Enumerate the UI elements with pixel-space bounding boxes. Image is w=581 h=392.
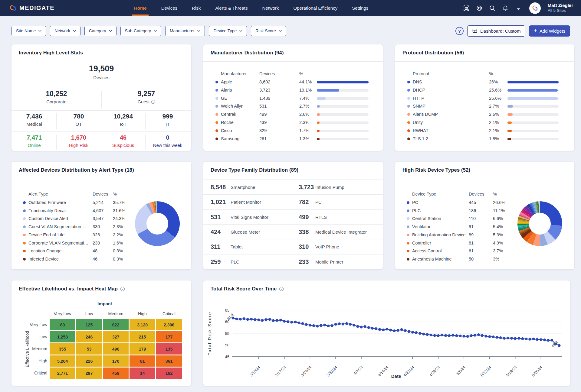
row-pct: 4.9% (493, 241, 503, 245)
svg-text:65: 65 (225, 308, 229, 313)
bar-fill (507, 138, 511, 140)
dashboard-selector-label: Dashboard: Custom (480, 28, 520, 34)
svg-text:Total Risk Score: Total Risk Score (207, 312, 212, 355)
nav-item-devices[interactable]: Devices (161, 0, 177, 16)
filter-chip-sub-category[interactable]: Sub-Category (120, 26, 161, 36)
row-pct: 2.1% (489, 120, 499, 125)
filter-chip-category[interactable]: Category (84, 26, 117, 36)
row-name: Roche (221, 120, 234, 125)
row-devices: 186 (469, 208, 476, 213)
search-icon[interactable] (489, 5, 496, 11)
row-name: PC (412, 200, 418, 205)
heatmap-cell: 53 (76, 343, 102, 355)
heatmap-cell: 226 (76, 355, 102, 367)
legend-dot (215, 89, 218, 92)
alert-type-donut-chart (133, 199, 182, 248)
heatmap-cell: 1,258 (50, 331, 75, 342)
top-nav: MEDIGATE HomeDevicesRiskAlerts & Threats… (0, 0, 581, 16)
avatar[interactable] (529, 2, 541, 14)
heatmap-col-high: High (138, 311, 147, 316)
user-block[interactable]: Matt Ziegler All 5 Sites (548, 3, 573, 14)
row-pct: 2.3% (113, 224, 123, 229)
corporate-label: Corporate (11, 99, 101, 104)
filter-chip-manufacturer[interactable]: Manufacturer (165, 26, 205, 36)
filter-icon[interactable] (515, 5, 522, 11)
column-header: Devices (469, 192, 484, 196)
row-devices: 4,607 (93, 208, 103, 213)
help-icon[interactable] (476, 5, 483, 11)
heatmap-cell: 81 (130, 355, 155, 367)
heatmap-cell: 459 (103, 368, 129, 379)
row-name: Guest VLAN Segmentation Vi... (28, 224, 89, 229)
bar-fill (317, 81, 369, 83)
svg-text:5/19/24: 5/19/24 (505, 365, 517, 377)
dashboard-selector-button[interactable]: Dashboard: Custom (467, 25, 525, 37)
heatmap-cell: 2,396 (156, 319, 182, 330)
screenshot-icon[interactable] (463, 5, 470, 11)
legend-dot (407, 105, 410, 108)
row-name: SNMP (413, 104, 425, 109)
nav-item-risk[interactable]: Risk (192, 0, 201, 16)
bar-fill (507, 121, 512, 124)
row-pct: 24.3% (113, 216, 125, 221)
row-pct: 5.4% (493, 224, 503, 229)
row-name: Functionality Recall (28, 208, 67, 213)
row-pct: 19.1% (299, 88, 312, 92)
filter-chip-device-type[interactable]: Device Type (209, 26, 247, 36)
help-button[interactable]: ? (455, 27, 464, 35)
row-name: Unity (413, 120, 423, 125)
value: 999 (146, 113, 190, 120)
heatmap-cell: 327 (103, 331, 129, 342)
bar-track (317, 105, 369, 108)
card-title: High Risk Device Types (52) (402, 162, 470, 178)
divider (101, 113, 101, 129)
nav-item-network[interactable]: Network (262, 0, 279, 16)
add-widgets-button[interactable]: + Add Widgets (529, 25, 570, 37)
legend-dot (23, 258, 26, 261)
svg-text:4/14/24: 4/14/24 (377, 365, 389, 377)
label: Smartphone (231, 185, 255, 190)
nav-item-settings[interactable]: Settings (352, 0, 368, 16)
row-devices: 110 (469, 216, 476, 221)
bar-fill (507, 97, 558, 100)
row-pct: 2.3% (299, 120, 309, 125)
donut-segment-outdated-firmware (157, 201, 180, 238)
filter-chip-label: Category (89, 28, 106, 33)
legend-dot (407, 81, 410, 83)
chevron-down-icon (109, 30, 112, 32)
label: OT (57, 121, 101, 127)
row-pct: 1.3% (299, 136, 309, 141)
filter-chip-risk-score[interactable]: Risk Score (251, 26, 286, 36)
row-pct: 11.1% (493, 208, 505, 213)
row-name: Cisco (221, 128, 232, 133)
brand[interactable]: MEDIGATE (9, 0, 54, 16)
value: 310 (299, 243, 309, 250)
info-icon[interactable] (120, 287, 125, 291)
card-title: Total Risk Score Over Time (211, 280, 284, 297)
row-pct: 44.1% (299, 79, 312, 84)
notifications-icon[interactable] (502, 5, 509, 11)
info-icon[interactable] (279, 287, 284, 291)
info-icon[interactable] (151, 100, 155, 104)
user-name: Matt Ziegler (548, 3, 573, 8)
nav-item-alerts-threats[interactable]: Alerts & Threats (215, 0, 248, 16)
svg-text:5/26/24: 5/26/24 (531, 365, 543, 377)
filter-chip-site-name[interactable]: Site Name (11, 26, 46, 36)
heatmap-col-critical: Critical (162, 311, 176, 316)
row-name: Infected Device (28, 257, 59, 261)
bar-fill (317, 130, 320, 132)
legend-dot (23, 217, 26, 220)
row-name: Controller (412, 241, 431, 245)
column-header: Devices (93, 192, 108, 196)
nav-item-operational-efficiency[interactable]: Operational Efficiency (294, 0, 338, 16)
impact-axis-label: Impact (97, 301, 112, 306)
svg-text:4/28/24: 4/28/24 (428, 365, 441, 377)
nav-item-home[interactable]: Home (134, 0, 147, 16)
svg-text:3/17/24: 3/17/24 (274, 365, 287, 377)
filter-chip-network[interactable]: Network (50, 26, 80, 36)
value: 233 (299, 258, 309, 265)
svg-text:3/10/24: 3/10/24 (249, 365, 261, 377)
label: Medical Device Integrator (315, 229, 367, 235)
row-name: Central Station (412, 216, 441, 221)
bar-fill (507, 113, 513, 116)
